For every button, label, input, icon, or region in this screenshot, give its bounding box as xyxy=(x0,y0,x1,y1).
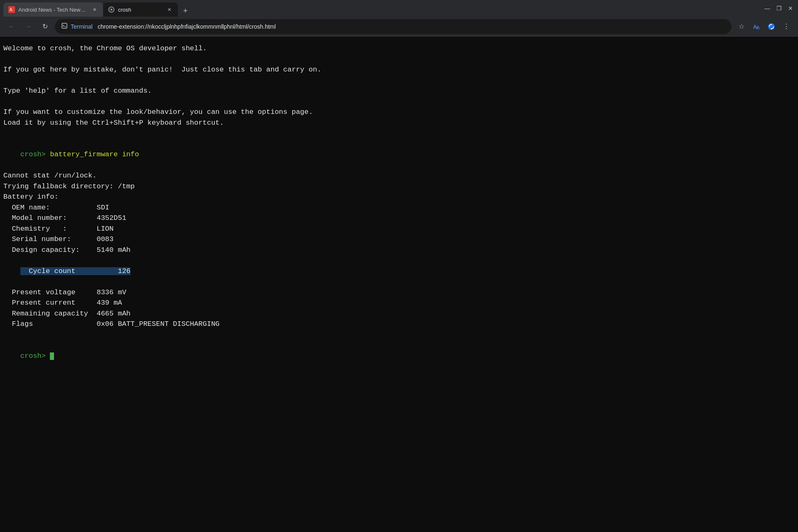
welcome-line-5: Type 'help' for a list of commands. xyxy=(3,86,795,96)
svg-text:A: A xyxy=(10,7,12,12)
second-prompt-line[interactable]: crosh> xyxy=(3,340,795,372)
new-tab-button[interactable]: + xyxy=(180,5,191,17)
title-bar: A Android News - Tech News - And... ✕ cr… xyxy=(0,0,798,17)
output-line-6: Chemistry : LION xyxy=(3,224,795,234)
welcome-line-4 xyxy=(3,75,795,86)
prompt-2: crosh> xyxy=(20,352,46,360)
cursor xyxy=(50,352,54,360)
maximize-button[interactable]: ❐ xyxy=(775,4,783,12)
minimize-button[interactable]: — xyxy=(763,4,771,12)
cycle-count-label: Cycle count xyxy=(20,267,76,275)
protocol-label: Terminal xyxy=(71,23,93,30)
refresh-button[interactable]: ↻ xyxy=(38,20,52,33)
address-bar-row: ← → ↻ Terminal chrome-extension://nkoccl… xyxy=(0,17,798,37)
output-line-3: Battery info: xyxy=(3,192,795,202)
output-after-3: Remaining capacity 4665 mAh xyxy=(3,308,795,319)
tabs-area: A Android News - Tech News - And... ✕ cr… xyxy=(3,0,763,17)
welcome-line-6 xyxy=(3,96,795,107)
welcome-line-8: Load it by using the Ctrl+Shift+P keyboa… xyxy=(3,118,795,128)
menu-button[interactable]: ⋮ xyxy=(780,20,793,33)
crosh-favicon-icon xyxy=(108,6,115,13)
welcome-line-2 xyxy=(3,54,795,65)
cycle-count-value: 126 xyxy=(118,267,131,275)
svg-text:あ: あ xyxy=(756,25,760,30)
tab-crosh-title: crosh xyxy=(118,7,162,13)
output-after-4: Flags 0x06 BATT_PRESENT DISCHARGING xyxy=(3,319,795,330)
output-line-8: Design capacity: 5140 mAh xyxy=(3,245,795,256)
blank-line xyxy=(3,330,795,340)
welcome-line-7: If you want to customize the look/behavi… xyxy=(3,107,795,118)
terminal: Welcome to crosh, the Chrome OS develope… xyxy=(0,37,798,532)
terminal-icon xyxy=(62,23,67,30)
output-line-1: Cannot stat /run/lock. xyxy=(3,170,795,181)
toolbar-icons: ☆ A あ ⋮ xyxy=(735,20,793,33)
output-line-7: Serial number: 0083 xyxy=(3,234,795,245)
prompt-1: crosh> xyxy=(20,150,46,158)
output-line-5: Model number: 4352D51 xyxy=(3,213,795,224)
highlighted-row: Cycle count 126 xyxy=(3,255,795,287)
command-text: battery_firmware info xyxy=(50,150,139,158)
address-bar[interactable]: Terminal chrome-extension://nkoccljplnhp… xyxy=(55,19,732,34)
bookmark-button[interactable]: ☆ xyxy=(735,20,748,33)
output-after-2: Present current 439 mA xyxy=(3,298,795,308)
command-line: crosh> battery_firmware info xyxy=(3,139,795,171)
svg-point-4 xyxy=(111,9,112,10)
window-controls: — ❐ ✕ xyxy=(763,4,795,12)
close-button[interactable]: ✕ xyxy=(786,4,795,12)
tab-android-close[interactable]: ✕ xyxy=(91,6,98,13)
tab-android[interactable]: A Android News - Tech News - And... ✕ xyxy=(3,2,103,17)
android-favicon-icon: A xyxy=(8,6,15,13)
welcome-line-blank xyxy=(3,128,795,139)
output-after-1: Present voltage 8336 mV xyxy=(3,287,795,298)
back-button[interactable]: ← xyxy=(5,20,18,33)
cycle-count-spacer xyxy=(75,267,118,275)
welcome-line-1: Welcome to crosh, the Chrome OS develope… xyxy=(3,43,795,54)
url-text: chrome-extension://nkoccljplnhpfnfiajclk… xyxy=(98,23,725,30)
output-line-2: Trying fallback directory: /tmp xyxy=(3,181,795,192)
welcome-line-3: If you got here by mistake, don't panic!… xyxy=(3,64,795,75)
chrome-sync-button[interactable] xyxy=(765,20,778,33)
tab-android-title: Android News - Tech News - And... xyxy=(18,7,87,13)
browser-frame: A Android News - Tech News - And... ✕ cr… xyxy=(0,0,798,37)
forward-button[interactable]: → xyxy=(22,20,35,33)
output-line-4: OEM name: SDI xyxy=(3,202,795,213)
tab-crosh-close[interactable]: ✕ xyxy=(165,6,173,13)
translate-button[interactable]: A あ xyxy=(750,20,763,33)
tab-crosh[interactable]: crosh ✕ xyxy=(103,2,178,17)
